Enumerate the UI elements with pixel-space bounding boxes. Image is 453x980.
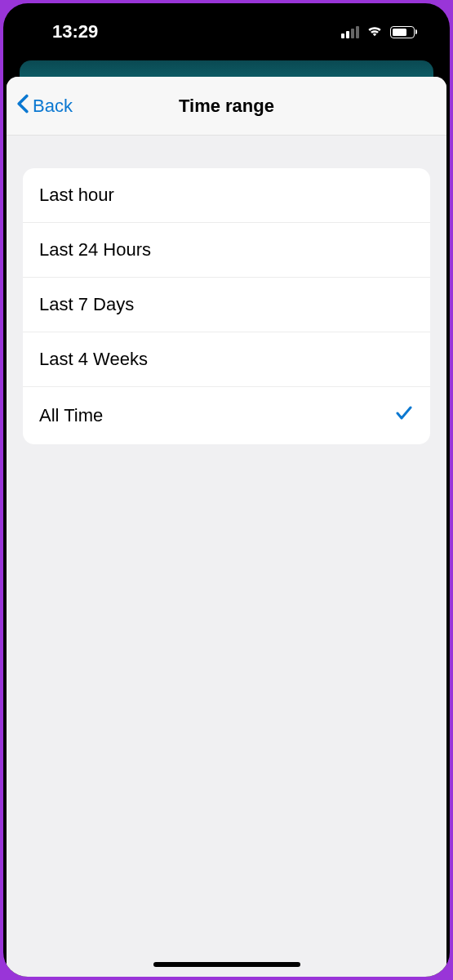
option-last-24-hours[interactable]: Last 24 Hours [23,222,430,277]
option-label: Last 4 Weeks [39,349,148,370]
option-label: Last 7 Days [39,294,134,315]
back-button[interactable]: Back [7,94,73,118]
checkmark-icon [394,403,414,428]
navigation-bar: Back Time range [7,77,446,136]
time-range-options: Last hour Last 24 Hours Last 7 Days Last… [23,168,430,444]
home-indicator[interactable] [153,962,300,967]
chevron-left-icon [16,94,29,118]
battery-icon [390,26,417,38]
option-last-hour[interactable]: Last hour [23,168,430,222]
status-time: 13:29 [52,21,98,42]
background-peek [20,60,433,77]
option-label: All Time [39,405,103,426]
option-last-4-weeks[interactable]: Last 4 Weeks [23,332,430,386]
option-last-7-days[interactable]: Last 7 Days [23,277,430,332]
option-all-time[interactable]: All Time [23,386,430,444]
status-bar: 13:29 [3,3,450,60]
option-label: Last 24 Hours [39,239,151,261]
status-icons [341,23,417,41]
content-area: Last hour Last 24 Hours Last 7 Days Last… [7,136,446,477]
back-label: Back [33,96,73,117]
wifi-icon [366,23,384,41]
modal-sheet: Back Time range Last hour Last 24 Hours … [7,77,446,977]
device-frame: 13:29 [3,3,450,977]
option-label: Last hour [39,185,114,206]
cellular-signal-icon [341,25,359,38]
